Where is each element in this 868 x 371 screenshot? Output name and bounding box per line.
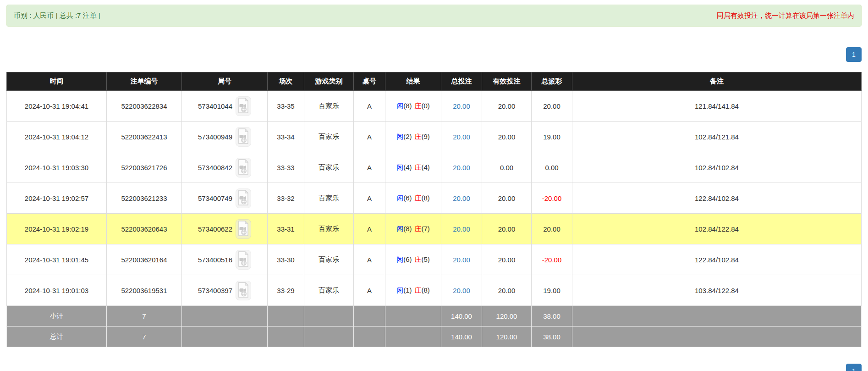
- player-result-label: 闲: [396, 225, 403, 233]
- time-cell: 2024-10-31 19:04:12: [7, 122, 107, 152]
- total-bet-link[interactable]: 20.00: [453, 225, 470, 233]
- total-bet-link[interactable]: 20.00: [453, 287, 470, 294]
- video-replay-button[interactable]: [236, 219, 251, 239]
- grand-total-valid-bet: 120.00: [482, 327, 532, 347]
- player-result-score: (4): [403, 163, 412, 171]
- valid-bet-cell: 0.00: [482, 152, 532, 183]
- session-cell: 33-34: [268, 122, 304, 152]
- bet-id-cell: 522003622834: [107, 91, 182, 122]
- grand-total-payout: 38.00: [532, 327, 572, 347]
- total-bet-link[interactable]: 20.00: [453, 133, 470, 141]
- bet-id-cell: 522003619531: [107, 275, 182, 306]
- summary-alert: 币别 : 人民币 | 总共 :7 注单 | 同局有效投注，统一计算在该局第一张注…: [6, 5, 862, 27]
- grand-total-total-bet: 140.00: [441, 327, 482, 347]
- result-cell: 闲(8)庄(7): [385, 214, 441, 244]
- bet-id-cell: 522003621726: [107, 152, 182, 183]
- video-replay-button[interactable]: [236, 250, 251, 270]
- total-bet-link[interactable]: 20.00: [453, 256, 470, 264]
- player-result-score: (1): [403, 286, 412, 294]
- video-file-icon: [237, 221, 249, 238]
- remark-cell: 102.84/121.84: [572, 122, 862, 152]
- player-result-label: 闲: [396, 102, 403, 110]
- payout-value: 19.00: [543, 133, 560, 141]
- session-cell: 33-33: [268, 152, 304, 183]
- total-bet-link[interactable]: 20.00: [453, 194, 470, 202]
- bet-id-cell: 522003622413: [107, 122, 182, 152]
- valid-bet-cell: 20.00: [482, 122, 532, 152]
- empty-cell: [354, 327, 385, 347]
- header-valid-bet: 有效投注: [482, 72, 532, 91]
- empty-cell: [354, 306, 385, 327]
- session-cell: 33-29: [268, 275, 304, 306]
- video-replay-button[interactable]: [236, 96, 251, 116]
- currency-summary-text: 币别 : 人民币 | 总共 :7 注单 |: [14, 11, 100, 20]
- game-type-cell: 百家乐: [304, 275, 354, 306]
- banker-result-score: (0): [422, 102, 430, 110]
- subtotal-label: 小计: [7, 306, 107, 327]
- total-bet-link[interactable]: 20.00: [453, 102, 470, 110]
- page-1-button[interactable]: 1: [846, 364, 862, 371]
- banker-result-score: (8): [422, 286, 430, 294]
- result-cell: 闲(4)庄(4): [385, 152, 441, 183]
- result-cell: 闲(2)庄(9): [385, 122, 441, 152]
- video-file-icon: [237, 251, 249, 268]
- video-replay-button[interactable]: [236, 281, 251, 300]
- remark-cell: 102.84/102.84: [572, 152, 862, 183]
- table-row: 2024-10-31 19:02:19 522003620643 5734006…: [7, 214, 862, 244]
- table-no-cell: A: [354, 183, 385, 214]
- total-bet-cell: 20.00: [441, 91, 482, 122]
- empty-cell: [572, 306, 862, 327]
- payout-cell: 20.00: [532, 214, 572, 244]
- total-bet-cell: 20.00: [441, 122, 482, 152]
- empty-cell: [304, 306, 354, 327]
- total-bet-link[interactable]: 20.00: [453, 164, 470, 172]
- grand-total-row: 总计 7 140.00 120.00 38.00: [7, 327, 862, 347]
- header-total-bet: 总投注: [441, 72, 482, 91]
- header-row: 时间 注单编号 局号 场次 游戏类别 桌号 结果 总投注 有效投注 总派彩 备注: [7, 72, 862, 91]
- table-row: 2024-10-31 19:04:12 522003622413 5734009…: [7, 122, 862, 152]
- video-file-icon: [237, 98, 249, 115]
- empty-cell: [182, 327, 268, 347]
- empty-cell: [268, 306, 304, 327]
- round-id: 573400749: [198, 194, 232, 202]
- banker-result-score: (5): [422, 255, 430, 263]
- video-replay-button[interactable]: [236, 127, 251, 147]
- session-cell: 33-35: [268, 91, 304, 122]
- grand-total-label: 总计: [7, 327, 107, 347]
- banker-result-label: 庄: [415, 225, 422, 233]
- round-id: 573401044: [198, 102, 232, 110]
- video-replay-button[interactable]: [236, 188, 251, 208]
- pagination-top: 1: [6, 47, 862, 62]
- valid-bet-cell: 20.00: [482, 244, 532, 275]
- total-bet-cell: 20.00: [441, 152, 482, 183]
- round-cell: 573400516: [182, 244, 268, 275]
- empty-cell: [385, 327, 441, 347]
- table-row: 2024-10-31 19:04:41 522003622834 5734010…: [7, 91, 862, 122]
- time-cell: 2024-10-31 19:04:41: [7, 91, 107, 122]
- header-time: 时间: [7, 72, 107, 91]
- video-replay-button[interactable]: [236, 158, 251, 177]
- time-cell: 2024-10-31 19:02:19: [7, 214, 107, 244]
- result-cell: 闲(6)庄(8): [385, 183, 441, 214]
- valid-bet-cell: 20.00: [482, 183, 532, 214]
- subtotal-count: 7: [107, 306, 182, 327]
- table-no-cell: A: [354, 275, 385, 306]
- header-bet-id: 注单编号: [107, 72, 182, 91]
- table-no-cell: A: [354, 91, 385, 122]
- banker-result-score: (8): [422, 194, 430, 202]
- round-id: 573400622: [198, 225, 232, 233]
- result-cell: 闲(6)庄(5): [385, 244, 441, 275]
- valid-bet-notice-text: 同局有效投注，统一计算在该局第一张注单内: [717, 11, 854, 20]
- page-1-button[interactable]: 1: [846, 47, 862, 62]
- player-result-label: 闲: [396, 286, 403, 294]
- player-result-score: (8): [403, 225, 412, 233]
- game-type-cell: 百家乐: [304, 91, 354, 122]
- empty-cell: [268, 327, 304, 347]
- table-row: 2024-10-31 19:02:57 522003621233 5734007…: [7, 183, 862, 214]
- time-cell: 2024-10-31 19:02:57: [7, 183, 107, 214]
- table-no-cell: A: [354, 122, 385, 152]
- payout-cell: 0.00: [532, 152, 572, 183]
- remark-cell: 121.84/141.84: [572, 91, 862, 122]
- header-payout: 总派彩: [532, 72, 572, 91]
- subtotal-row: 小计 7 140.00 120.00 38.00: [7, 306, 862, 327]
